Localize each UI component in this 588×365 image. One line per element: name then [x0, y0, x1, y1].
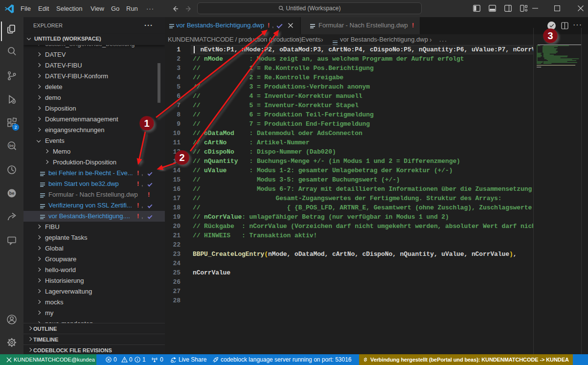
svg-text:be: be: [9, 143, 14, 148]
svg-text:be: be: [9, 191, 15, 196]
